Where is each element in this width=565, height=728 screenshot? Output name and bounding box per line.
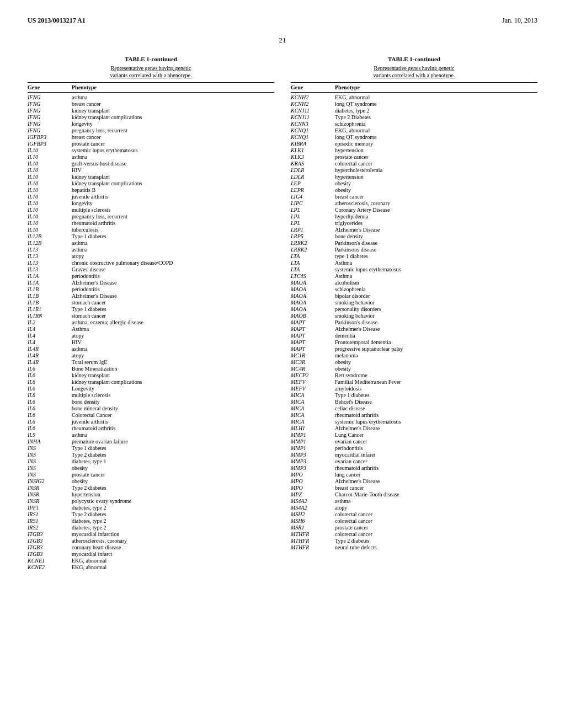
- table-row: IL4Rasthma: [28, 345, 274, 352]
- gene-cell: IL10: [28, 160, 72, 167]
- phenotype-cell: colorectal cancer: [335, 518, 537, 524]
- gene-cell: MTHFR: [291, 544, 335, 550]
- phenotype-cell: EKG, abnormal: [72, 558, 274, 564]
- phenotype-cell: Charcot-Marie-Tooth disease: [335, 491, 537, 497]
- phenotype-cell: pregnancy loss, recurrent: [72, 127, 274, 133]
- gene-cell: MAOA: [291, 286, 335, 292]
- table-row: IL10juvenile arthritis: [28, 193, 274, 200]
- phenotype-cell: Frontotemporal dementia: [335, 339, 537, 345]
- table-row: IL10kidney transplant complications: [28, 180, 274, 186]
- table-row: LPLhyperlipidemia: [291, 213, 537, 220]
- gene-cell: IFNG: [28, 127, 72, 133]
- table-row: MAOBsmoking behavior: [291, 312, 537, 319]
- table-row: MTHFRType 2 diabetes: [291, 537, 537, 544]
- phenotype-cell: Rett syndrome: [335, 372, 537, 378]
- phenotype-cell: smoking behavior: [335, 313, 537, 319]
- gene-cell: IL6: [28, 386, 72, 392]
- phenotype-cell: kidney transplant: [72, 108, 274, 114]
- table-row: IL13Graves' disease: [28, 266, 274, 272]
- table-row: IL6bone mineral density: [28, 405, 274, 411]
- phenotype-cell: Colorectal Cancer: [72, 412, 274, 418]
- table-row: IL4Asthma: [28, 325, 274, 332]
- phenotype-cell: hypercholesterolemia: [335, 167, 537, 173]
- table-row: LRP1Alzheimer's Disease: [291, 226, 537, 233]
- gene-cell: IL1A: [28, 273, 72, 279]
- phenotype-cell: rheumatoid arthritis: [335, 465, 537, 471]
- table-row: IL1Aperiodontitis: [28, 272, 274, 279]
- gene-cell: MPO: [291, 485, 335, 491]
- table-row: IL13asthma: [28, 246, 274, 253]
- gene-cell: IL10: [28, 227, 72, 233]
- phenotype-cell: myocardial infarction: [72, 531, 274, 537]
- phenotype-cell: longevity: [72, 200, 274, 206]
- gene-cell: MS4A2: [291, 505, 335, 511]
- left-table-subtitle: Representative genes having geneticvaria…: [28, 65, 274, 79]
- phenotype-cell: atherosclerosis, coronary: [335, 200, 537, 206]
- table-row: IL4atopy: [28, 332, 274, 339]
- right-phenotype-header: Phenotype: [335, 84, 537, 90]
- gene-cell: IL6: [28, 425, 72, 431]
- gene-cell: IL1R1: [28, 306, 72, 312]
- gene-cell: INHA: [28, 438, 72, 445]
- phenotype-cell: dementia: [335, 333, 537, 339]
- phenotype-cell: Type 1 diabetes: [72, 233, 274, 239]
- gene-cell: MSH6: [291, 518, 335, 524]
- phenotype-cell: Type 1 diabetes: [72, 445, 274, 451]
- table-row: KCNE2EKG, abnormal: [28, 564, 274, 570]
- phenotype-cell: periodontitis: [72, 286, 274, 292]
- table-row: LDLRhypercholesterolemia: [291, 167, 537, 173]
- phenotype-cell: coronary heart disease: [72, 544, 274, 550]
- table-row: INSType 1 diabetes: [28, 445, 274, 451]
- table-row: LIPCatherosclerosis, coronary: [291, 200, 537, 206]
- phenotype-cell: myocardial infarct: [72, 551, 274, 557]
- table-row: LEPobesity: [291, 180, 537, 186]
- table-row: IRS2diabetes, type 2: [28, 524, 274, 531]
- gene-cell: LRP1: [291, 227, 335, 233]
- columns-wrapper: TABLE 1-continued Representative genes h…: [28, 56, 537, 570]
- table-row: IFNGasthma: [28, 94, 274, 100]
- gene-cell: MTHFR: [291, 531, 335, 537]
- phenotype-cell: multiple sclerosis: [72, 392, 274, 398]
- gene-cell: MC3R: [291, 359, 335, 365]
- gene-cell: MICA: [291, 405, 335, 411]
- table-row: MICArheumatoid arthritis: [291, 411, 537, 418]
- gene-cell: MAOA: [291, 280, 335, 286]
- phenotype-cell: kidney transplant complications: [72, 180, 274, 186]
- table-row: IL12Basthma: [28, 239, 274, 246]
- phenotype-cell: obesity: [335, 187, 537, 193]
- gene-cell: IL13: [28, 253, 72, 259]
- table-row: IFNGbreast cancer: [28, 100, 274, 107]
- table-row: KRAScolorectal cancer: [291, 160, 537, 167]
- phenotype-cell: longevity: [72, 121, 274, 127]
- phenotype-cell: rheumatoid arthritis: [72, 220, 274, 226]
- table-row: IL10systemic lupus erythematosus: [28, 147, 274, 153]
- table-row: IL10asthma: [28, 153, 274, 160]
- table-row: IL6kidney transplant: [28, 372, 274, 378]
- table-row: MAOAbipolar disorder: [291, 292, 537, 299]
- table-row: INSRType 2 diabetes: [28, 484, 274, 491]
- phenotype-cell: diabetes, type 2: [72, 505, 274, 511]
- table-row: KCNJ11Type 2 Diabetes: [291, 114, 537, 120]
- phenotype-cell: graft-versus-host disease: [72, 160, 274, 167]
- table-row: MSR1prostate cancer: [291, 524, 537, 531]
- phenotype-cell: bone density: [335, 233, 537, 239]
- phenotype-cell: periodontitis: [72, 273, 274, 279]
- phenotype-cell: Parkinson's disease: [335, 319, 537, 325]
- table-row: INHApremature ovarian failure: [28, 438, 274, 445]
- phenotype-cell: schizophrenia: [335, 286, 537, 292]
- phenotype-cell: Lung Cancer: [335, 432, 537, 438]
- gene-cell: MEFV: [291, 386, 335, 392]
- phenotype-cell: breast cancer: [335, 485, 537, 491]
- left-table-title: TABLE 1-continued: [28, 56, 274, 62]
- phenotype-cell: progressive supranuclear palsy: [335, 346, 537, 352]
- table-row: IL10graft-versus-host disease: [28, 160, 274, 167]
- table-row: KCNJ11diabetes, type 2: [291, 107, 537, 114]
- table-row: IL6kidney transplant complications: [28, 378, 274, 385]
- table-row: MAPTAlzheimer's Disease: [291, 325, 537, 332]
- table-row: IL4Ratopy: [28, 352, 274, 358]
- table-row: IL12BType 1 diabetes: [28, 233, 274, 239]
- phenotype-cell: kidney transplant complications: [72, 114, 274, 120]
- right-col-headers: Gene Phenotype: [291, 82, 537, 93]
- phenotype-cell: hyperlipidemia: [335, 213, 537, 220]
- phenotype-cell: juvenile arthritis: [72, 419, 274, 425]
